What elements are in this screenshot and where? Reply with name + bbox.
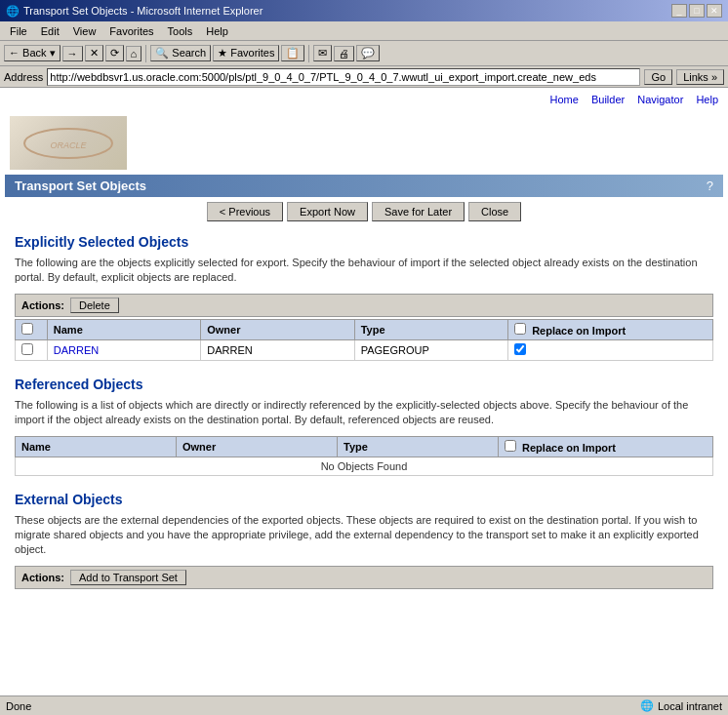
row-owner-cell: DARREN bbox=[201, 339, 354, 360]
col-header-owner: Owner bbox=[201, 319, 354, 339]
menu-help[interactable]: Help bbox=[200, 24, 234, 38]
delete-button[interactable]: Delete bbox=[70, 298, 119, 313]
explicit-actions-bar: Actions: Delete bbox=[15, 294, 713, 317]
address-label: Address bbox=[4, 71, 43, 83]
discuss-button[interactable]: 💬 bbox=[356, 45, 380, 61]
address-bar: Address Go Links » bbox=[0, 66, 728, 88]
external-section-title: External Objects bbox=[15, 492, 713, 507]
title-bar-controls[interactable]: _ □ ✕ bbox=[671, 4, 722, 18]
table-header-row: Name Owner Type Replace on Import bbox=[16, 319, 713, 339]
menu-edit[interactable]: Edit bbox=[35, 24, 65, 38]
explicit-objects-table: Name Owner Type Replace on Import DARREN bbox=[15, 319, 713, 361]
nav-home[interactable]: Home bbox=[550, 94, 579, 105]
object-name-link[interactable]: DARREN bbox=[54, 344, 99, 356]
save-for-later-button[interactable]: Save for Later bbox=[372, 202, 465, 221]
ref-table-header-row: Name Owner Type Replace on Import bbox=[16, 436, 713, 457]
back-button[interactable]: ← Back ▾ bbox=[4, 45, 61, 61]
svg-text:ORACLE: ORACLE bbox=[50, 140, 87, 150]
forward-button[interactable]: → bbox=[62, 46, 83, 61]
ref-col-header-name: Name bbox=[16, 436, 177, 457]
col-header-name: Name bbox=[47, 319, 200, 339]
external-actions-bar: Actions: Add to Transport Set bbox=[15, 566, 713, 589]
favorites-button[interactable]: ★ Favorites bbox=[213, 45, 279, 61]
page-content: Home Builder Navigator Help ORACLE Trans… bbox=[0, 88, 728, 695]
ref-replace-header-checkbox[interactable] bbox=[505, 440, 516, 452]
refresh-button[interactable]: ⟳ bbox=[105, 45, 124, 61]
maximize-button[interactable]: □ bbox=[689, 4, 705, 18]
col-header-replace: Replace on Import bbox=[508, 319, 713, 339]
menu-file[interactable]: File bbox=[4, 24, 33, 38]
top-nav: Home Builder Navigator Help bbox=[0, 88, 728, 111]
page-header: Transport Set Objects ? bbox=[5, 175, 723, 197]
zone-icon: 🌐 bbox=[640, 699, 654, 712]
mail-button[interactable]: ✉ bbox=[313, 45, 332, 61]
ref-col-header-replace: Replace on Import bbox=[499, 436, 713, 457]
referenced-objects-table: Name Owner Type Replace on Import No Obj… bbox=[15, 436, 713, 476]
replace-header-checkbox[interactable] bbox=[514, 323, 526, 335]
row-type-cell: PAGEGROUP bbox=[354, 339, 507, 360]
status-right: 🌐 Local intranet bbox=[640, 699, 722, 712]
nav-builder[interactable]: Builder bbox=[591, 94, 625, 105]
status-text: Done bbox=[6, 700, 31, 712]
oracle-logo: ORACLE bbox=[20, 124, 117, 163]
external-section: External Objects These objects are the e… bbox=[0, 484, 728, 599]
row-name-cell: DARREN bbox=[47, 339, 200, 360]
nav-buttons: < Previous Export Now Save for Later Clo… bbox=[0, 197, 728, 226]
print-button[interactable]: 🖨 bbox=[334, 46, 354, 61]
status-bar: Done 🌐 Local intranet bbox=[0, 695, 728, 715]
history-button[interactable]: 📋 bbox=[281, 45, 304, 61]
explicitly-selected-section: Explicitly Selected Objects The followin… bbox=[0, 226, 728, 369]
help-icon[interactable]: ? bbox=[707, 179, 713, 193]
row-replace-cell bbox=[508, 339, 713, 360]
toolbar-separator2 bbox=[308, 45, 309, 62]
referenced-section-desc: The following is a list of objects which… bbox=[15, 398, 713, 428]
no-objects-cell: No Objects Found bbox=[16, 457, 713, 475]
home-button[interactable]: ⌂ bbox=[126, 46, 142, 61]
export-now-button[interactable]: Export Now bbox=[287, 202, 368, 221]
referenced-section: Referenced Objects The following is a li… bbox=[0, 369, 728, 484]
links-button[interactable]: Links » bbox=[676, 69, 724, 85]
row-checkbox[interactable] bbox=[21, 343, 33, 355]
ref-col-header-type: Type bbox=[338, 436, 499, 457]
menu-view[interactable]: View bbox=[67, 24, 102, 38]
nav-navigator[interactable]: Navigator bbox=[637, 94, 683, 105]
logo-area: ORACLE bbox=[0, 111, 728, 175]
nav-help[interactable]: Help bbox=[696, 94, 718, 105]
external-actions-label: Actions: bbox=[21, 572, 64, 583]
title-bar-title: 🌐 Transport Set Objects - Microsoft Inte… bbox=[6, 5, 263, 18]
no-objects-row: No Objects Found bbox=[16, 457, 713, 475]
row-checkbox-cell bbox=[16, 339, 48, 360]
replace-on-import-checkbox[interactable] bbox=[514, 343, 526, 355]
actions-label: Actions: bbox=[21, 299, 64, 311]
ref-col-header-owner: Owner bbox=[177, 436, 338, 457]
external-section-desc: These objects are the external dependenc… bbox=[15, 513, 713, 558]
toolbar: ← Back ▾ → ✕ ⟳ ⌂ 🔍 Search ★ Favorites 📋 … bbox=[0, 41, 728, 66]
menu-bar: File Edit View Favorites Tools Help bbox=[0, 21, 728, 41]
select-all-checkbox[interactable] bbox=[21, 323, 33, 335]
menu-tools[interactable]: Tools bbox=[162, 24, 199, 38]
address-input[interactable] bbox=[47, 68, 640, 86]
close-button[interactable]: Close bbox=[468, 202, 521, 221]
go-button[interactable]: Go bbox=[644, 69, 672, 85]
page-header-title: Transport Set Objects bbox=[15, 179, 146, 193]
explicit-section-title: Explicitly Selected Objects bbox=[15, 234, 713, 250]
col-header-checkbox bbox=[16, 319, 48, 339]
zone-text: Local intranet bbox=[658, 700, 722, 712]
previous-button[interactable]: < Previous bbox=[207, 202, 283, 221]
minimize-button[interactable]: _ bbox=[671, 4, 687, 18]
title-bar: 🌐 Transport Set Objects - Microsoft Inte… bbox=[0, 0, 728, 21]
search-button[interactable]: 🔍 Search bbox=[150, 45, 211, 61]
add-to-transport-set-button[interactable]: Add to Transport Set bbox=[70, 570, 186, 585]
close-window-button[interactable]: ✕ bbox=[707, 4, 722, 18]
col-header-type: Type bbox=[354, 319, 507, 339]
menu-favorites[interactable]: Favorites bbox=[103, 24, 159, 38]
stop-button[interactable]: ✕ bbox=[85, 45, 103, 61]
referenced-section-title: Referenced Objects bbox=[15, 377, 713, 392]
title-bar-icon: 🌐 bbox=[6, 5, 20, 18]
explicit-section-desc: The following are the objects explicitly… bbox=[15, 256, 713, 286]
toolbar-separator bbox=[145, 45, 146, 62]
table-row: DARREN DARREN PAGEGROUP bbox=[16, 339, 713, 360]
